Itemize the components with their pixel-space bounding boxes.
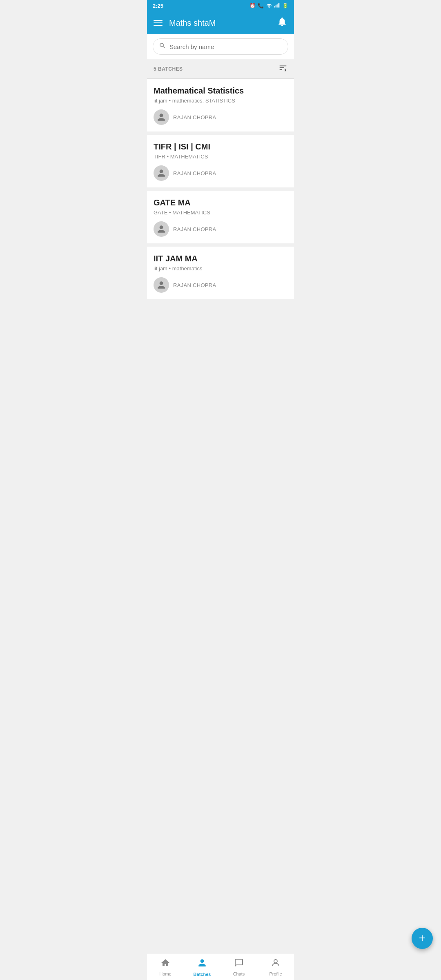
instructor-avatar (154, 165, 169, 181)
sort-button[interactable] (278, 63, 287, 74)
page-title: Maths shtaM (169, 18, 216, 28)
batches-count: 5 BATCHES (154, 66, 183, 72)
instructor-avatar (154, 109, 169, 125)
search-container (147, 34, 294, 59)
svg-rect-2 (277, 4, 278, 7)
status-icons: ⏰ 📞 🔋 (249, 3, 288, 9)
battery-icon: 🔋 (282, 3, 288, 9)
batch-tags: iit jam • mathematics, STATISTICS (154, 98, 287, 104)
batch-item[interactable]: GATE MA GATE • MATHEMATICS RAJAN CHOPRA (147, 191, 294, 243)
call-icon: 📞 (258, 3, 264, 9)
signal-icon (274, 3, 280, 9)
instructor-avatar (154, 277, 169, 293)
batch-tags: iit jam • mathematics (154, 265, 287, 272)
instructor-row: RAJAN CHOPRA (154, 221, 287, 237)
instructor-row: RAJAN CHOPRA (154, 109, 287, 125)
search-input[interactable] (169, 43, 282, 50)
status-bar: 2:25 ⏰ 📞 🔋 (147, 0, 294, 11)
menu-button[interactable] (154, 20, 163, 26)
status-time: 2:25 (153, 3, 163, 9)
svg-rect-1 (276, 5, 276, 7)
batch-item[interactable]: IIT JAM MA iit jam • mathematics RAJAN C… (147, 247, 294, 299)
instructor-name: RAJAN CHOPRA (173, 170, 216, 176)
instructor-row: RAJAN CHOPRA (154, 165, 287, 181)
batch-tags: TIFR • MATHEMATICS (154, 154, 287, 160)
svg-rect-3 (278, 3, 278, 8)
batch-name: TIFR | ISI | CMI (154, 142, 287, 151)
batch-tags: GATE • MATHEMATICS (154, 209, 287, 216)
wifi-icon (266, 3, 272, 9)
batch-name: GATE MA (154, 198, 287, 207)
svg-rect-0 (274, 6, 275, 7)
instructor-name: RAJAN CHOPRA (173, 282, 216, 288)
batches-header: 5 BATCHES (147, 59, 294, 79)
top-bar-left: Maths shtaM (154, 18, 216, 28)
batch-name: Mathematical Statistics (154, 86, 287, 96)
svg-rect-4 (279, 3, 280, 7)
batch-item[interactable]: Mathematical Statistics iit jam • mathem… (147, 79, 294, 131)
notification-bell-button[interactable] (277, 16, 287, 29)
instructor-name: RAJAN CHOPRA (173, 226, 216, 232)
batch-list: Mathematical Statistics iit jam • mathem… (147, 79, 294, 299)
search-icon (159, 42, 166, 51)
instructor-name: RAJAN CHOPRA (173, 114, 216, 120)
top-bar: Maths shtaM (147, 11, 294, 34)
instructor-row: RAJAN CHOPRA (154, 277, 287, 293)
search-bar (153, 38, 288, 55)
batch-name: IIT JAM MA (154, 254, 287, 263)
batch-item[interactable]: TIFR | ISI | CMI TIFR • MATHEMATICS RAJA… (147, 135, 294, 187)
instructor-avatar (154, 221, 169, 237)
alarm-icon: ⏰ (249, 3, 256, 9)
